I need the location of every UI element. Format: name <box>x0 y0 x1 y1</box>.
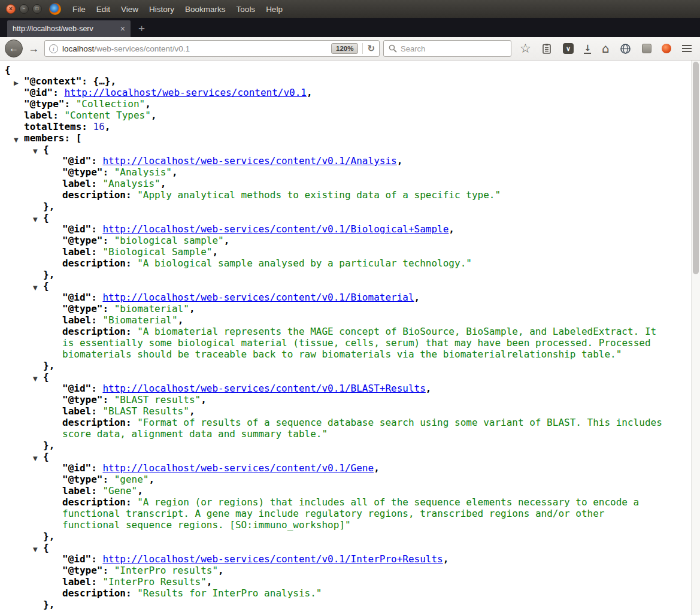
member-type-line: "@type":"Analysis", <box>5 166 667 178</box>
search-bar[interactable] <box>383 40 511 57</box>
json-string-value: "InterPro results" <box>114 565 218 576</box>
page-info-icon[interactable]: i <box>49 44 58 53</box>
scrollbar[interactable] <box>691 60 700 615</box>
json-key: label: <box>62 576 97 587</box>
downloads-icon[interactable]: ↓ <box>584 44 591 54</box>
json-string-value: "Biomaterial" <box>102 314 177 326</box>
member-id-line: "@id":http://localhost/web-services/cont… <box>5 553 667 565</box>
json-string-value: "Format of results of a sequence databas… <box>62 417 662 440</box>
json-root-open: { <box>5 64 667 75</box>
json-link[interactable]: http://localhost/web-services/content/v0… <box>102 462 374 474</box>
json-key: "@id": <box>62 462 97 474</box>
json-string-value: "Biological Sample" <box>102 246 212 257</box>
pocket-chevron-icon: ∨ <box>563 43 574 54</box>
json-number-value: 16 <box>93 121 105 132</box>
json-key: description: <box>62 257 132 269</box>
menu-file[interactable]: File <box>67 2 91 17</box>
json-key: totalItems: <box>24 121 87 132</box>
member-type-line: "@type":"gene", <box>5 474 667 485</box>
member-type-line: "@type":"BLAST results", <box>5 394 667 405</box>
json-key: description: <box>62 326 132 337</box>
extension-icon-2[interactable] <box>662 44 671 53</box>
json-link[interactable]: http://localhost/web-services/content/v0… <box>102 292 414 303</box>
json-key: "@context": <box>24 75 87 87</box>
member-description-line: description:"Format of results of a sequ… <box>5 417 667 440</box>
json-string-value: "BLAST results" <box>114 394 201 405</box>
member-open: ▼{ <box>5 144 667 155</box>
menu-bookmarks[interactable]: Bookmarks <box>180 2 231 17</box>
home-icon[interactable]: ⌂ <box>602 41 610 56</box>
url-bar[interactable]: i localhost/web-services/content/v0.1 12… <box>44 40 380 57</box>
json-key: description: <box>62 189 132 201</box>
scrollbar-thumb[interactable] <box>693 62 699 274</box>
json-link[interactable]: http://localhost/web-services/content/v0… <box>102 223 449 235</box>
json-key: "@id": <box>62 223 97 235</box>
member-open: ▼{ <box>5 280 667 292</box>
json-viewer: { ▶"@context":{…}, "@id":http://localhos… <box>0 60 700 615</box>
member-open: ▼{ <box>5 451 667 462</box>
json-key: label: <box>62 485 97 496</box>
json-key: description: <box>62 417 132 428</box>
member-description-line: description:"A biomaterial represents th… <box>5 326 667 360</box>
toolbar-icons: ☆ ∨ ↓ ⌂ <box>515 41 695 56</box>
member-close: }, <box>5 201 667 212</box>
member-id-line: "@id":http://localhost/web-services/cont… <box>5 292 667 303</box>
json-key: "@id": <box>62 292 97 303</box>
json-link[interactable]: http://localhost/web-services/content/v0… <box>102 155 396 166</box>
json-key: "@type": <box>62 166 108 178</box>
json-key: "@id": <box>62 155 97 166</box>
member-id-line: "@id":http://localhost/web-services/cont… <box>5 462 667 474</box>
tab-bar: http://localhost/web-serv × + <box>0 18 700 37</box>
url-host: localhost <box>62 44 94 53</box>
globe-icon[interactable] <box>620 43 631 54</box>
json-key: label: <box>24 110 59 121</box>
bookmarks-menu-icon[interactable] <box>541 43 552 54</box>
menu-view[interactable]: View <box>116 2 144 17</box>
search-input[interactable] <box>401 44 506 53</box>
member-close: }, <box>5 440 667 451</box>
member-id-line: "@id":http://localhost/web-services/cont… <box>5 383 667 394</box>
extension-icon-1[interactable] <box>642 44 651 53</box>
back-button[interactable]: ← <box>5 40 23 57</box>
json-key: "@type": <box>24 98 70 110</box>
json-key: "@id": <box>62 553 97 565</box>
browser-window: × − □ File Edit View History Bookmarks T… <box>0 0 700 615</box>
json-key: label: <box>62 178 97 189</box>
json-link[interactable]: http://localhost/web-services/content/v0… <box>102 383 425 394</box>
menu-edit[interactable]: Edit <box>91 2 116 17</box>
forward-button[interactable]: → <box>26 43 41 55</box>
tab-title: http://localhost/web-serv <box>13 25 117 33</box>
json-key: members: <box>24 132 70 144</box>
member-close: }, <box>5 269 667 280</box>
pocket-icon[interactable]: ∨ <box>563 43 574 54</box>
member-label-line: label:"BLAST Results", <box>5 405 667 417</box>
json-link[interactable]: http://localhost/web-services/content/v0… <box>64 87 307 98</box>
window-minimize-button[interactable]: − <box>19 4 29 14</box>
new-tab-button[interactable]: + <box>131 20 153 37</box>
tab-close-icon[interactable]: × <box>120 24 125 34</box>
zoom-indicator[interactable]: 120% <box>331 43 358 54</box>
member-description-line: description:"A region (or regions) that … <box>5 496 667 531</box>
tab-active[interactable]: http://localhost/web-serv × <box>7 20 131 37</box>
json-link[interactable]: http://localhost/web-services/content/v0… <box>102 553 443 565</box>
json-string-value: "A biological sample analysed by a parti… <box>137 257 472 269</box>
search-icon <box>389 44 397 53</box>
json-line-context: ▶"@context":{…}, <box>5 75 667 87</box>
json-key: "@type": <box>62 303 108 314</box>
menu-tools[interactable]: Tools <box>231 2 261 17</box>
json-string-value: "biomaterial" <box>114 303 189 314</box>
member-label-line: label:"Biological Sample", <box>5 246 667 257</box>
json-key: "@id": <box>24 87 59 98</box>
menu-help[interactable]: Help <box>260 2 288 17</box>
menu-history[interactable]: History <box>144 2 180 17</box>
json-key: description: <box>62 496 132 508</box>
member-label-line: label:"Analysis", <box>5 178 667 189</box>
json-string-value: "BLAST Results" <box>102 405 189 417</box>
window-maximize-button[interactable]: □ <box>32 4 42 14</box>
window-close-button[interactable]: × <box>6 4 16 14</box>
menu-icon[interactable] <box>682 45 692 52</box>
url-text[interactable]: localhost/web-services/content/v0.1 <box>62 44 327 53</box>
bookmark-star-icon[interactable]: ☆ <box>520 41 531 56</box>
reload-button[interactable]: ↻ <box>367 43 375 54</box>
member-label-line: label:"Gene", <box>5 485 667 496</box>
